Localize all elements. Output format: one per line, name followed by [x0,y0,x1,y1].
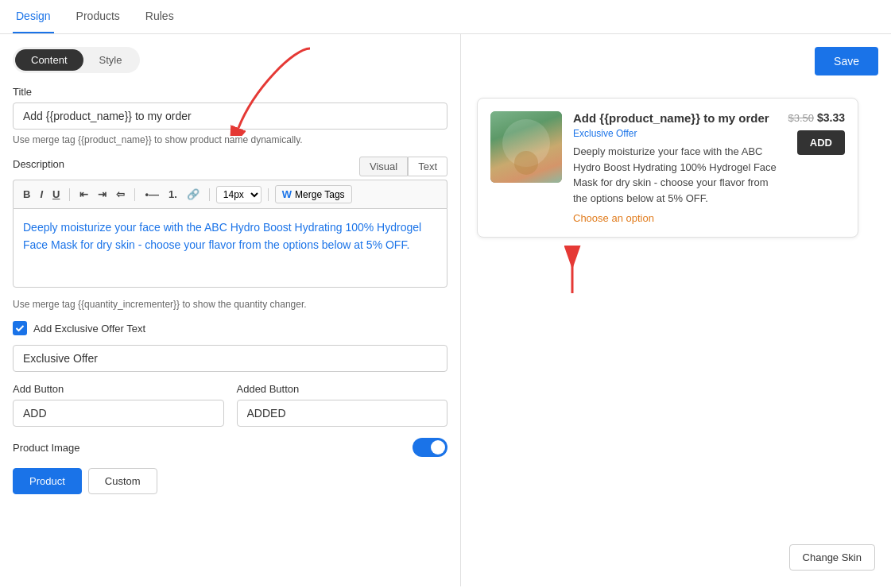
added-button-label: Added Button [237,383,448,395]
bold-btn[interactable]: B [20,187,33,202]
change-skin-button[interactable]: Change Skin [789,544,875,571]
choose-option-link[interactable]: Choose an option [573,212,777,224]
title-hint: Use merge tag {{product_name}} to show p… [13,134,447,145]
style-toggle-btn[interactable]: Style [83,49,138,71]
product-image-row: Product Image [13,438,447,457]
exclusive-offer-input[interactable] [13,345,447,372]
underline-btn[interactable]: U [49,187,63,202]
description-field-group: Description Visual Text B I U ⇤ ⇥ ⇦ •— 1… [13,157,447,288]
separator-3 [209,188,210,201]
product-card-title: Add {{product_name}} to my order [573,111,777,125]
nav-rules[interactable]: Rules [142,0,177,33]
product-custom-buttons: Product Custom [13,468,447,494]
product-btn[interactable]: Product [13,468,82,494]
nav-products[interactable]: Products [73,0,123,33]
checkmark-icon [15,323,25,333]
link-btn[interactable]: 🔗 [184,187,203,202]
numbered-list-btn[interactable]: 1. [165,187,180,202]
add-button-group: Add Button [13,383,224,427]
description-toolbar-row: Description Visual Text [13,157,447,176]
custom-btn[interactable]: Custom [88,468,157,494]
preview-area: Add {{product_name}} to my order Exclusi… [477,98,875,301]
product-price-add: $3.50 $3.33 ADD [788,111,845,155]
font-size-select[interactable]: 14px 12px 16px 18px [216,186,261,203]
separator-2 [134,188,135,201]
product-info: Add {{product_name}} to my order Exclusi… [573,111,777,224]
nav-design[interactable]: Design [13,0,54,33]
view-mode-toggle: Visual Text [359,157,447,176]
product-image-toggle[interactable] [413,438,447,457]
content-style-toggle: Content Style [13,47,140,73]
added-button-input[interactable] [237,400,448,427]
left-panel: Content Style Title Use merge tag {{prod… [0,34,461,586]
quantity-hint: Use merge tag {{quantity_incrementer}} t… [13,299,447,310]
add-button-input[interactable] [13,400,224,427]
product-card-description: Deeply moisturize your face with the ABC… [573,144,777,206]
main-layout: Content Style Title Use merge tag {{prod… [0,34,891,586]
product-image [490,111,562,183]
price-old: $3.50 [788,112,815,124]
added-button-group: Added Button [237,383,448,427]
price-new: $3.33 [817,111,845,124]
button-labels-row: Add Button Added Button [13,383,447,427]
right-panel: Save Add {{product_name}} to my order [461,34,891,586]
merge-tags-label: Merge Tags [295,189,344,200]
content-toggle-btn[interactable]: Content [15,49,83,71]
align-right-btn[interactable]: ⇦ [113,187,128,202]
align-center-btn[interactable]: ⇥ [95,187,110,202]
align-left-btn[interactable]: ⇤ [76,187,91,202]
arrow-2 [525,238,620,301]
product-card: Add {{product_name}} to my order Exclusi… [477,98,858,238]
separator-1 [69,188,70,201]
separator-4 [268,188,269,201]
italic-btn[interactable]: I [37,187,46,202]
add-to-order-btn[interactable]: ADD [797,130,845,155]
bullet-list-btn[interactable]: •— [141,187,162,202]
exclusive-offer-tag: Exclusive Offer [573,128,777,139]
editor-toolbar: B I U ⇤ ⇥ ⇦ •— 1. 🔗 14px 12px 16px 18px [13,180,447,208]
exclusive-offer-checkbox-row: Add Exclusive Offer Text [13,321,447,335]
editor-area[interactable]: Deeply moisturize your face with the ABC… [13,208,447,288]
top-navigation: Design Products Rules [0,0,891,34]
title-label: Title [13,86,447,98]
price-group: $3.50 $3.33 [788,111,845,124]
exclusive-offer-checkbox[interactable] [13,321,27,335]
save-button[interactable]: Save [815,47,878,75]
exclusive-offer-text-group [13,345,447,372]
visual-btn[interactable]: Visual [359,157,408,176]
product-image-label: Product Image [13,442,80,454]
merge-tags-btn[interactable]: W Merge Tags [275,185,352,203]
add-button-label: Add Button [13,383,224,395]
exclusive-offer-checkbox-label: Add Exclusive Offer Text [33,323,145,335]
title-input[interactable] [13,103,447,130]
title-field-group: Title Use merge tag {{product_name}} to … [13,86,447,145]
description-label: Description [13,158,64,170]
w-logo: W [282,188,292,200]
text-btn[interactable]: Text [408,157,447,176]
